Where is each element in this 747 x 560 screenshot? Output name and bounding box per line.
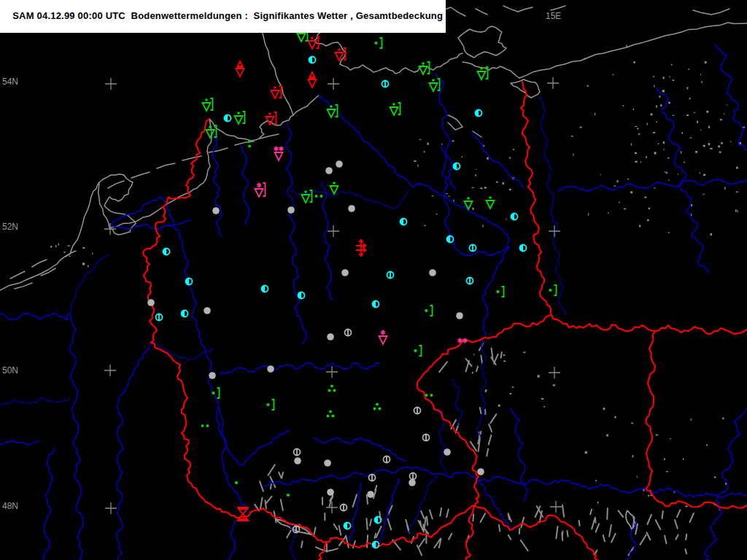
station-symbol-cloud-few	[410, 473, 417, 480]
graticule-label: 48N	[2, 501, 18, 511]
station-symbol-rain-vicinity	[549, 285, 556, 295]
station-symbol-cloud-overcast	[348, 205, 355, 212]
terrain-speckle	[55, 245, 57, 247]
terrain-speckle	[705, 61, 707, 63]
terrain-speckle	[573, 154, 573, 156]
station-symbol-cloud-overcast	[287, 206, 295, 214]
terrain-speckle	[523, 351, 525, 353]
station-symbol-shower-rain-vicinity	[271, 86, 282, 98]
station-symbol-cloud-half	[163, 249, 170, 255]
terrain-speckle	[730, 141, 731, 143]
station-symbol-cloud-half	[400, 219, 407, 225]
terrain-speckle	[627, 179, 629, 180]
mountain-hatch	[334, 524, 338, 530]
river	[111, 197, 248, 513]
station-symbol-cloud-few	[470, 245, 476, 252]
river	[212, 131, 222, 236]
terrain-speckle	[88, 265, 88, 268]
terrain-speckle	[668, 180, 670, 181]
station-symbol-cloud-overcast	[327, 333, 334, 341]
station-symbol-cloud-half	[225, 115, 231, 122]
station-symbol-cloud-overcast	[409, 479, 416, 486]
terrain-speckle	[632, 455, 634, 457]
terrain-speckle	[588, 214, 589, 216]
station-symbol-shower-rain-vicinity	[235, 112, 245, 124]
station-symbol-cloud-overcast	[341, 269, 349, 276]
station-symbol-shower-snow-vicinity	[255, 183, 266, 197]
station-symbol-cloud-few	[414, 408, 421, 414]
terrain-speckle	[658, 143, 659, 144]
island-fragment	[693, 9, 729, 15]
mountain-hatch	[676, 535, 678, 540]
mountain-hatch	[266, 497, 271, 503]
station-symbol-shower-rain-vicinity	[430, 79, 440, 91]
station-symbol-shower-hail	[236, 61, 244, 77]
station-symbol-cloud-half	[454, 163, 460, 170]
island-fragment	[476, 9, 487, 15]
station-symbol-shower-rain-vicinity	[302, 190, 312, 203]
mountain-hatch	[476, 367, 478, 372]
river	[321, 182, 333, 300]
island-fragment	[448, 115, 462, 130]
terrain-speckle	[624, 209, 626, 210]
terrain-speckle	[637, 476, 638, 478]
graticule-label: 52N	[2, 222, 18, 232]
river	[715, 44, 747, 150]
terrain-speckle	[654, 187, 655, 188]
mountain-hatch	[640, 535, 646, 545]
terrain-speckle	[457, 167, 458, 168]
terrain-speckle	[700, 130, 701, 131]
terrain-speckle	[571, 136, 573, 136]
station-symbol-shower-rain-vicinity	[419, 62, 430, 74]
mountain-hatch	[556, 526, 557, 538]
graticule-cross	[326, 366, 338, 378]
station-symbol-cloud-half	[298, 292, 305, 299]
terrain-speckle	[708, 143, 711, 145]
station-symbol-rain-two-dots-h	[315, 195, 323, 198]
terrain-speckle	[483, 225, 484, 227]
terrain-layer	[50, 45, 745, 556]
mountain-hatch	[501, 352, 502, 358]
terrain-speckle	[656, 435, 658, 436]
river	[241, 146, 249, 225]
terrain-speckle	[691, 419, 692, 421]
terrain-speckle	[623, 105, 624, 106]
terrain-speckle	[673, 79, 674, 81]
terrain-speckle	[666, 172, 667, 174]
terrain-speckle	[631, 144, 632, 146]
mountain-hatch	[490, 414, 496, 423]
terrain-speckle	[449, 196, 450, 197]
graticule-cross	[328, 225, 339, 237]
station-symbol-cloud-half	[186, 279, 193, 285]
mountain-hatch	[367, 535, 368, 548]
mountain-hatch	[388, 519, 392, 530]
mountain-hatch	[677, 510, 680, 517]
station-symbol-shower-rain	[487, 196, 495, 209]
terrain-speckle	[635, 161, 638, 163]
terrain-speckle	[503, 182, 504, 184]
river	[0, 314, 70, 319]
terrain-speckle	[668, 102, 670, 104]
mountain-hatch	[487, 449, 488, 456]
mountain-hatch	[579, 521, 580, 526]
terrain-speckle	[656, 105, 657, 107]
terrain-speckle	[687, 87, 689, 89]
terrain-speckle	[503, 360, 506, 362]
terrain-speckle	[633, 109, 634, 111]
graticule-label: 15E	[546, 11, 561, 21]
mountain-hatch	[271, 484, 271, 489]
station-symbol-rain-three-dots	[327, 411, 335, 418]
terrain-speckle	[654, 85, 654, 87]
station-symbol-cloud-overcast	[147, 299, 155, 306]
mountain-hatch	[562, 505, 564, 517]
country-border	[646, 331, 655, 494]
terrain-speckle	[498, 405, 500, 407]
terrain-speckle	[718, 146, 720, 148]
mountain-hatch	[423, 524, 424, 532]
terrain-speckle	[424, 151, 425, 152]
river	[70, 314, 83, 560]
station-symbol-rain-vicinity	[425, 306, 432, 316]
graticule-cross	[547, 77, 559, 89]
station-symbol-rain-two-dots-h	[425, 394, 433, 397]
river	[70, 255, 109, 314]
